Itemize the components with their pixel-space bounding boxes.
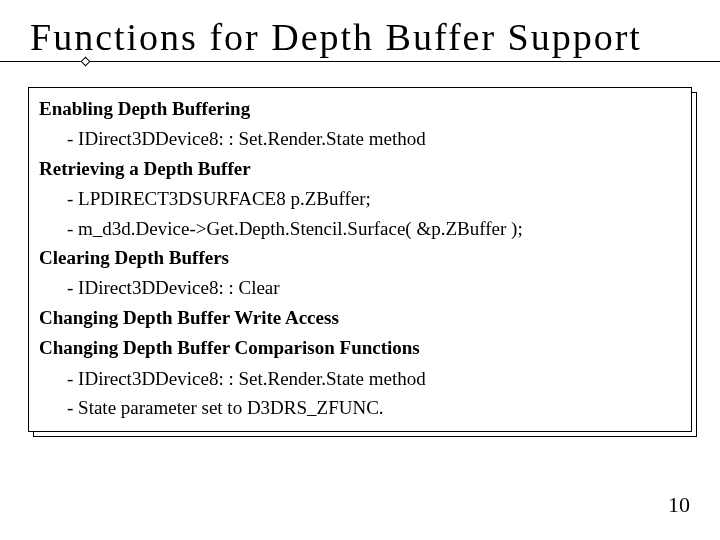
section-heading-write-access: Changing Depth Buffer Write Access (39, 303, 681, 333)
title-area: Functions for Depth Buffer Support (0, 0, 720, 69)
page-number: 10 (668, 492, 690, 518)
section-item: - IDirect3DDevice8: : Set.Render.State m… (39, 364, 681, 393)
section-heading-clearing: Clearing Depth Buffers (39, 243, 681, 273)
content-wrapper: Enabling Depth Buffering - IDirect3DDevi… (28, 87, 692, 432)
slide-title: Functions for Depth Buffer Support (30, 15, 690, 59)
section-item: - IDirect3DDevice8: : Clear (39, 273, 681, 302)
section-item: - m_d3d.Device->Get.Depth.Stencil.Surfac… (39, 214, 681, 243)
section-heading-comparison: Changing Depth Buffer Comparison Functio… (39, 333, 681, 363)
section-item: - IDirect3DDevice8: : Set.Render.State m… (39, 124, 681, 153)
section-heading-retrieving: Retrieving a Depth Buffer (39, 154, 681, 184)
section-item: - State parameter set to D3DRS_ZFUNC. (39, 393, 681, 422)
section-item: - LPDIRECT3DSURFACE8 p.ZBuffer; (39, 184, 681, 213)
underline-line (0, 61, 720, 62)
section-heading-enabling: Enabling Depth Buffering (39, 94, 681, 124)
content-box: Enabling Depth Buffering - IDirect3DDevi… (28, 87, 692, 432)
